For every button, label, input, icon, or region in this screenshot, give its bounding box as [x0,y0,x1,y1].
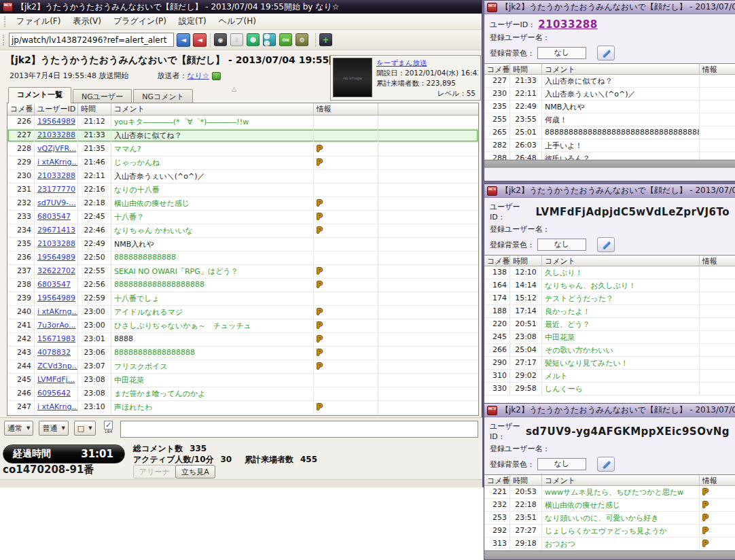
table-row[interactable]: 246609564223:08まだ笹かま喰ってんのかよ [7,387,478,401]
col-user-id[interactable]: ユーザーID [35,103,78,115]
table-row[interactable]: 244ZCVd3np...23:07フリスクボイスP [7,360,478,374]
user-id-link[interactable]: LVMFdFj... [37,375,75,384]
user-id-link[interactable]: 7u3orAo... [37,321,76,330]
user-window-3-title-bar[interactable]: NCV 【jk2】うたうかうたおうみんなおいで【顔だし】 - 2013/07/0… [484,404,735,417]
table-row[interactable]: 25323:51なり頭いいのに、可愛いから好きP [484,512,735,525]
table-row[interactable]: 29227:27じょしらくかエヴァどっち見ようかP [484,525,735,538]
table-row[interactable]: 23522:49NMB入れや [484,101,735,113]
col-comment[interactable]: コメント [542,475,700,485]
table-row[interactable]: 2361956498922:508888888888888 [7,251,478,265]
table-row[interactable]: 245LVMFdFj...23:08中田花菜 [7,374,478,387]
col-info[interactable]: 情報 [700,64,735,74]
speaker-on-icon[interactable]: ON [279,33,292,46]
bg-color-select[interactable]: なし [537,458,586,470]
table-row[interactable]: 18817:14良かったよ！ [484,305,735,318]
table-row[interactable]: 28226:03上手いよ！ [484,139,735,152]
window-resize-strip[interactable] [484,160,735,168]
user-id-link[interactable]: 19564989 [37,117,75,126]
col-time[interactable]: 時間 [78,103,111,115]
table-row[interactable]: 238680354722:568888888888888888888P [7,279,478,292]
standing-a-button[interactable]: 立ち見A [175,465,215,478]
settings-gear-icon[interactable]: ⚙ [295,33,308,46]
table-row[interactable]: 2312317777022:16なりの十八番 [7,183,478,197]
tab-ng-comment[interactable]: NGコメント [133,89,193,103]
wrench-icon[interactable] [597,237,615,252]
bg-color-select[interactable]: なし [537,239,586,251]
user-id-link[interactable]: sd7UV9-... [37,198,76,207]
user-id-link[interactable]: 4078832 [37,348,71,357]
window-resize-strip[interactable] [484,550,735,559]
tab-comment-list[interactable]: コメント一覧 [8,87,71,103]
table-row[interactable]: 243407883223:0688888888888888888P [7,347,478,360]
user-id-link[interactable]: 6803547 [37,280,71,289]
user-id-link[interactable]: 6095642 [37,389,71,398]
comment-input[interactable] [120,421,478,438]
table-row[interactable]: 247i xtAKrng...23:10声ほれたわP [7,401,478,415]
table-row[interactable]: 22020:51最近、どう？ [484,318,735,331]
table-row[interactable]: 16414:14なりちゃん、お久しぶり！ [484,279,735,292]
menu-help[interactable]: ヘルプ(H) [213,14,262,29]
col-comment-no[interactable]: コメ番 [484,256,510,266]
table-row[interactable]: 2421567198323:018888P [7,333,478,347]
table-row[interactable]: 26525:0188888888888888888888888888888888… [484,126,735,139]
col-comment[interactable]: コメント [111,103,314,115]
user-id-link[interactable]: 32622702 [37,266,75,275]
menu-settings[interactable]: 設定(T) [173,14,213,29]
user-id-link[interactable]: i xtAKrng... [37,307,78,316]
table-row[interactable]: 31329:18おつおつP [484,538,735,550]
user-id-link[interactable]: 15671983 [37,334,75,343]
table-row[interactable]: 29027:17髪短いなり見てみたい！ [484,357,735,370]
col-comment-no[interactable]: コメ番 [7,103,35,115]
viewer-icon[interactable]: ◉ [214,33,227,46]
table-row[interactable]: 2352103328822:49NMB入れや [7,238,478,251]
tab-ng-user[interactable]: NGユーザー [73,89,132,103]
table-row[interactable]: 22120:53wwwサムネ見たら、ちびたつかと思たwP [484,486,735,499]
col-info[interactable]: 情報 [314,103,378,115]
table-row[interactable]: 23222:18横山由依の痩せた感じP [484,499,735,512]
col-comment[interactable]: コメント [542,64,700,74]
bg-color-select[interactable]: なし [537,47,586,59]
user-window-2-title-bar[interactable]: NCV 【jk2】うたうかうたおうみんなおいで【顔だし】 - 2013/07/0… [484,184,735,198]
col-comment[interactable]: コメント [542,256,700,266]
user-id-link[interactable]: i xtAKrng... [37,402,78,411]
table-row[interactable]: 22721:33入山杏奈に似てね？ [484,75,735,88]
plugin-add-icon[interactable]: + [319,33,332,46]
user-id-link[interactable]: 6803547 [37,212,71,221]
alarm-clock-icon[interactable]: : [212,72,221,80]
table-row[interactable]: 229i xtAKrng...21:46じゃっかんねP [7,156,478,170]
user-icon[interactable]: ☻ [247,33,259,46]
col-time[interactable]: 時間 [510,64,542,74]
splitter-collapse-icon[interactable]: △ [232,86,236,92]
table-row[interactable]: 2342967141322:46なりちゃん かわいいなP [7,224,478,238]
table-row[interactable]: 240i xtAKrng...23:00アイドルなれるマジP [7,306,478,319]
table-row[interactable]: 2373262270222:55SEKAI NO OWARI「RPG」はどう？P [7,265,478,279]
community-name-link[interactable]: をーずまん放送 [376,58,427,67]
user-id-link[interactable]: vQZjVFR... [37,144,76,153]
table-row[interactable]: 232sd7UV9-...22:18横山由依の痩せた感じP [7,197,478,211]
table-row[interactable]: 228vQZjVFR...21:35ママん?P [7,143,478,156]
table-row[interactable]: 24523:08中田花菜 [484,331,735,344]
wrench-icon[interactable] [597,457,615,472]
table-row[interactable]: 2302103328822:11入山杏奈うぇい＼(^o^)／ [7,170,478,183]
broadcaster-link[interactable]: なり☆ [187,71,209,81]
menu-file[interactable]: ファイル(F) [10,14,67,29]
user-id-link[interactable]: 19564989 [37,253,75,262]
main-title-bar[interactable]: NCV 【jk2】うたうかうたおうみんなおいで【顔だし】 - 2013/07/0… [0,0,482,14]
position-select[interactable]: 普通▼ [39,421,68,436]
table-row[interactable]: 31029:02メルト [484,370,735,383]
table-row[interactable]: 26625:04その歌い方かわいい [484,344,735,357]
color-select[interactable]: □▼ [74,421,96,436]
table-row[interactable]: 2417u3orAo...23:00ひさしぶりぢゃないかぁ～ チュッチュP [7,319,478,333]
user-id-link[interactable]: 23177770 [37,185,75,194]
col-comment-no[interactable]: コメ番 [484,475,510,485]
table-row[interactable]: 33029:58しんくーら [484,383,735,396]
user-id-link[interactable]: i xtAKrng... [37,158,78,167]
col-info[interactable]: 情報 [700,475,735,485]
table-row[interactable]: 233680354722:45十八番？P [7,211,478,224]
size-select[interactable]: 通常▼ [4,421,33,436]
user-id-link[interactable]: 21033288 [37,130,75,139]
table-row[interactable]: 13812:10久しぶり！ [484,266,735,279]
table-row[interactable]: 28826:48彼氏いるん？ [484,152,735,160]
col-time[interactable]: 時間 [510,256,542,266]
table-row[interactable]: 2272103328821:33入山杏奈に似てね？ [7,129,478,143]
